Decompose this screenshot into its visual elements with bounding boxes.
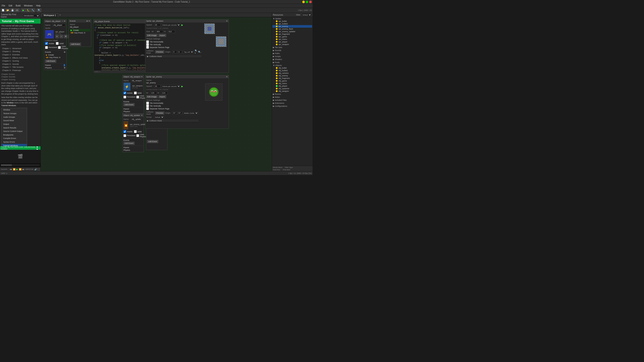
origin-mode[interactable]: Top Left	[183, 50, 194, 53]
enemy-coll-expand[interactable]: ▶ Collision Mask	[146, 119, 198, 122]
wmenu-source[interactable]: Source Control Output	[2, 129, 27, 133]
menu-build[interactable]: Build	[15, 4, 21, 7]
height-input[interactable]	[168, 30, 175, 33]
wmenu-breakpoints[interactable]: Breakpoints	[2, 133, 27, 137]
weapon-add-event[interactable]: Add Event	[124, 103, 134, 106]
chapter-item-2[interactable]: Chapter 2 - Shooting	[1, 50, 39, 53]
wmenu-sound[interactable]: Sound Mixer	[2, 119, 27, 122]
chapter-select[interactable]: Introduction	[22, 14, 40, 17]
video-next[interactable]: ⏭	[22, 168, 24, 170]
obj-menu-item[interactable]: obj_menu	[272, 82, 312, 85]
spr-enemy-splatter[interactable]: spr_enemy_splatter	[272, 30, 312, 33]
rooms-header[interactable]: ▶ Rooms	[272, 93, 312, 95]
events-config-icon[interactable]: ⚙	[64, 51, 66, 53]
obj-player-header[interactable]: Object: obj_player ─ ✕	[44, 19, 66, 23]
configurations-header[interactable]: ▶ Configurations	[272, 105, 312, 107]
add-event-btn[interactable]: Add Event	[45, 60, 56, 63]
physics-icon[interactable]: ⚙	[64, 67, 66, 69]
obj-player-close[interactable]: ✕	[64, 20, 66, 22]
enemy-origin-x[interactable]	[172, 111, 177, 114]
tilesets-header[interactable]: ▶ Tile Sets	[272, 46, 312, 49]
sprite-enemy-header[interactable]: Sprite: spr_enemy ✕	[145, 75, 228, 78]
spr-weapon[interactable]: spr_weapon	[272, 43, 312, 46]
sprite-frame-2[interactable]	[216, 36, 226, 47]
player-sprite-copy[interactable]: +	[60, 35, 63, 38]
wmenu-window[interactable]: Window	[2, 108, 27, 112]
video-rewind[interactable]: ⏪	[13, 168, 16, 170]
event-keypress[interactable]: ⌨ Key Press: 8	[45, 56, 66, 59]
obj-weapon-item[interactable]: obj_weapon	[272, 90, 312, 92]
event-create[interactable]: ▶ Create	[45, 54, 66, 56]
obj-spawner-item[interactable]: obj_spawner	[272, 87, 312, 90]
spr-enemy-flash[interactable]: spr_enemy_flash	[272, 28, 312, 30]
obj-name-input[interactable]	[52, 23, 66, 26]
new-btn[interactable]: 📄	[1, 8, 5, 12]
fps-select[interactable]: frames per second	[162, 23, 180, 26]
preview-btn[interactable]: Preview	[155, 50, 164, 53]
spr-bullet2[interactable]: spr_bullet2	[272, 22, 312, 25]
enemy-origin-mode[interactable]: Middle Center	[183, 111, 198, 114]
search-btn[interactable]: 🔍	[37, 8, 41, 12]
wmenu-texture[interactable]: Texture Groups	[2, 112, 27, 115]
width-input[interactable]	[156, 30, 163, 33]
chapter-item-4[interactable]: Chapter 4 - Effects And Views	[1, 56, 39, 60]
import-btn[interactable]: Import	[158, 34, 166, 37]
video-forward[interactable]: ⏩	[19, 168, 22, 170]
collision-expand[interactable]: ▶ Collision Mask	[146, 55, 201, 58]
spr-bullet[interactable]: spr_bullet	[272, 20, 312, 22]
event-create-2[interactable]: ▶ Create	[70, 29, 90, 31]
zoom-in-icon[interactable]: 🔍+	[195, 49, 197, 54]
add-workspace-btn[interactable]: +	[58, 13, 62, 17]
view-select[interactable]: Default	[302, 13, 312, 16]
wmenu-compile[interactable]: Compile Errors	[2, 137, 27, 140]
obj-enemy-item[interactable]: obj_enemy	[272, 74, 312, 77]
add-event-btn-2[interactable]: Add Event	[70, 43, 81, 46]
events-close[interactable]: ✕	[88, 20, 90, 22]
video-play[interactable]: ▶	[16, 168, 18, 170]
edit-image-btn[interactable]: Edit Image	[146, 34, 158, 37]
obj-player-item[interactable]: obj_player	[272, 85, 312, 87]
sounds-header[interactable]: ▶ Sounds	[272, 49, 312, 52]
obj-fragment-item[interactable]: obj_fragment	[272, 77, 312, 79]
wmenu-output[interactable]: Output	[2, 122, 27, 126]
menu-file[interactable]: File	[1, 4, 6, 7]
debug-btn[interactable]: 🐛	[26, 8, 30, 12]
chapter-item-6[interactable]: Chapter 6 - Sounds	[1, 63, 39, 66]
origin-y-input[interactable]	[178, 50, 182, 53]
enemy-play-btn[interactable]: ▶	[182, 85, 183, 87]
sprite-elasteen-header[interactable]: Sprite: spr_elasteen ✕	[145, 19, 228, 22]
obj-camera-item[interactable]: obj_camera	[272, 72, 312, 74]
fonts-header[interactable]: ▶ Fonts	[272, 61, 312, 64]
events-player-header[interactable]: Events ⊕ ✕	[69, 19, 91, 22]
player-sprite-view[interactable]: 👁	[64, 35, 68, 38]
spr-game[interactable]: spr_game	[272, 35, 312, 38]
obj-player-minimize[interactable]: ─	[62, 20, 63, 22]
clean-btn[interactable]: 🔧	[31, 8, 35, 12]
splatter-name-input[interactable]	[131, 118, 142, 121]
event-keypress-2[interactable]: ⌨ Key Press: 8	[70, 31, 90, 34]
tab-workspace1[interactable]: Workspace 1	[42, 13, 58, 17]
chapter-item-5[interactable]: Chapter 5 - Scoring	[1, 59, 39, 63]
enemy-fps-select[interactable]: frames per second	[162, 85, 180, 88]
obj-game-item[interactable]: obj_game	[272, 79, 312, 82]
video-progress-track[interactable]	[1, 164, 40, 166]
save-all-btn[interactable]: 🗃	[15, 8, 19, 12]
run-btn[interactable]: ▶	[21, 8, 26, 12]
origin-x-input[interactable]	[172, 50, 177, 53]
video-prev[interactable]: ⏮	[10, 168, 12, 170]
spr-menu[interactable]: spr_menu	[272, 38, 312, 40]
enemy-edit-btn[interactable]: Edit Image	[146, 95, 158, 98]
chapter-item-3[interactable]: Chapter 3 - Enemies	[1, 53, 39, 56]
video-fullscreen[interactable]: ⛶	[38, 168, 40, 170]
enemy-group-select[interactable]: Default	[154, 116, 164, 119]
enemy-height-input[interactable]	[161, 91, 168, 94]
wmenu-syntax[interactable]: Syntax Errors	[2, 140, 27, 144]
enemy-import-btn[interactable]: Import	[158, 95, 166, 98]
progress-arrow[interactable]: ▶ ▶	[37, 146, 40, 150]
close-btn[interactable]	[309, 1, 312, 3]
save-btn[interactable]: 💾	[10, 8, 14, 12]
sprite-frame-1[interactable]	[204, 23, 215, 34]
obj-splatter-header[interactable]: Object: obj_splatter ✕	[122, 114, 144, 117]
spr-fragment[interactable]: spr_fragment	[272, 33, 312, 35]
obj-splatter-close[interactable]: ✕	[141, 114, 143, 116]
